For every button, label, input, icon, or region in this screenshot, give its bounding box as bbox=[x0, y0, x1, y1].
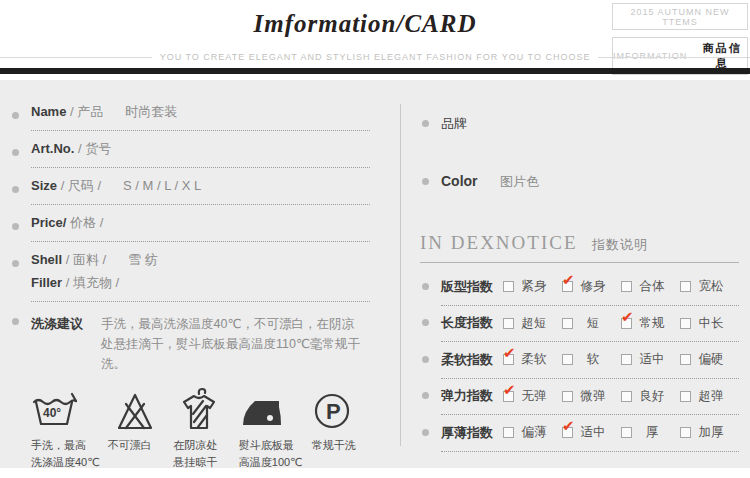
bullet-dot bbox=[12, 149, 19, 156]
brand-label: 品牌 bbox=[441, 116, 467, 131]
checkbox[interactable]: ✔ bbox=[562, 281, 573, 292]
index-option[interactable]: ✔ 短 bbox=[562, 315, 621, 332]
care-icon-col: P 常规干洗 bbox=[312, 389, 370, 471]
index-option[interactable]: ✔ 适中 bbox=[621, 351, 680, 368]
bullet-dot bbox=[422, 283, 429, 290]
index-option[interactable]: ✔ 良好 bbox=[621, 388, 680, 405]
index-option-label: 厚 bbox=[635, 424, 669, 441]
checkbox[interactable]: ✔ bbox=[680, 391, 691, 402]
index-option-label: 短 bbox=[576, 315, 610, 332]
index-option[interactable]: ✔ 中长 bbox=[680, 315, 739, 332]
color-value: 图片色 bbox=[500, 174, 539, 189]
checkbox[interactable]: ✔ bbox=[503, 391, 514, 402]
index-option[interactable]: ✔ 合体 bbox=[621, 278, 680, 295]
p-glyph: P bbox=[326, 399, 341, 424]
badge-autumn-items: 2015 AUTUMN NEW TTEMS bbox=[612, 3, 748, 30]
checkbox[interactable]: ✔ bbox=[680, 318, 691, 329]
index-row-label: 长度指数 bbox=[441, 314, 503, 332]
index-rows: 版型指数 ✔ 紧身 ✔ 修身 ✔ 合 bbox=[441, 269, 739, 452]
field-row-artno: Art.No. / 货号 bbox=[31, 131, 370, 168]
index-option[interactable]: ✔ 偏硬 bbox=[680, 351, 739, 368]
check-icon: ✔ bbox=[621, 309, 634, 324]
checkbox[interactable]: ✔ bbox=[680, 427, 691, 438]
checkbox[interactable]: ✔ bbox=[503, 427, 514, 438]
right-column: 品牌 Color 图片色 IN DEXNOTICE 指数说明 版型指数 ✔ bbox=[441, 94, 739, 452]
checkbox[interactable]: ✔ bbox=[562, 354, 573, 365]
index-option[interactable]: ✔ 软 bbox=[562, 351, 621, 368]
field-price-en: Price/ bbox=[31, 215, 66, 230]
subtitle-right-rule bbox=[598, 57, 750, 58]
subtitle-left-rule bbox=[0, 57, 152, 58]
care-icon-col: 熨斗底板最 高温度100℃ bbox=[239, 389, 312, 471]
index-row-softness: 柔软指数 ✔ 柔软 ✔ 软 ✔ 适中 bbox=[441, 342, 739, 379]
index-option-label: 软 bbox=[576, 351, 610, 368]
checkbox[interactable]: ✔ bbox=[621, 318, 632, 329]
check-icon: ✔ bbox=[503, 345, 516, 360]
checkbox[interactable]: ✔ bbox=[503, 354, 514, 365]
checkbox[interactable]: ✔ bbox=[680, 281, 691, 292]
check-icon: ✔ bbox=[503, 382, 516, 397]
checkbox[interactable]: ✔ bbox=[562, 391, 573, 402]
bullet-dot bbox=[422, 178, 429, 185]
check-icon: ✔ bbox=[562, 272, 575, 287]
checkbox[interactable]: ✔ bbox=[503, 318, 514, 329]
checkbox[interactable]: ✔ bbox=[562, 427, 573, 438]
index-option[interactable]: ✔ 厚 bbox=[621, 424, 680, 441]
index-option-label: 微弹 bbox=[576, 388, 610, 405]
index-option-label: 柔软 bbox=[517, 351, 551, 368]
index-option[interactable]: ✔ 紧身 bbox=[503, 278, 562, 295]
bullet-dot bbox=[422, 319, 429, 326]
subtitle-row: YOU TO CREATE ELEGANT AND STYLISH ELEGAN… bbox=[0, 52, 750, 62]
index-option-label: 紧身 bbox=[517, 278, 551, 295]
column-divider bbox=[400, 104, 401, 446]
svg-text:40°: 40° bbox=[43, 406, 61, 420]
bullet-dot bbox=[12, 223, 19, 230]
checkbox[interactable]: ✔ bbox=[621, 427, 632, 438]
index-option-label: 适中 bbox=[635, 351, 669, 368]
checkbox[interactable]: ✔ bbox=[562, 318, 573, 329]
checkbox[interactable]: ✔ bbox=[680, 354, 691, 365]
index-option[interactable]: ✔ 微弹 bbox=[562, 388, 621, 405]
index-heading-en: IN DEXNOTICE bbox=[420, 232, 578, 253]
field-row-price: Price/ 价格 / bbox=[31, 205, 370, 242]
field-size-cn: / 尺码 / bbox=[57, 178, 101, 193]
index-option[interactable]: ✔ 柔软 bbox=[503, 351, 562, 368]
field-shell-value: 雪 纺 bbox=[128, 252, 158, 267]
dry-clean-caption: 常规干洗 bbox=[312, 437, 370, 454]
index-option[interactable]: ✔ 超短 bbox=[503, 315, 562, 332]
field-artno-cn: / 货号 bbox=[74, 141, 111, 156]
brand-row: 品牌 bbox=[441, 103, 739, 144]
index-row-elasticity: 弹力指数 ✔ 无弹 ✔ 微弹 ✔ 良 bbox=[441, 379, 739, 416]
field-size-value: S / M / L / X L bbox=[123, 178, 201, 193]
index-option[interactable]: ✔ 常规 bbox=[621, 315, 680, 332]
field-name-cn: / 产品 bbox=[66, 104, 103, 119]
checkbox[interactable]: ✔ bbox=[621, 354, 632, 365]
index-option[interactable]: ✔ 无弹 bbox=[503, 388, 562, 405]
checkbox[interactable]: ✔ bbox=[503, 281, 514, 292]
checkbox[interactable]: ✔ bbox=[621, 281, 632, 292]
index-option-label: 偏薄 bbox=[517, 424, 551, 441]
field-row-shell-filler: Shell / 面料 /雪 纺 Filler / 填充物 / bbox=[31, 242, 370, 302]
care-icons-row: 40° 手洗，最高 洗涤温度40℃ 不可漂白 bbox=[31, 389, 370, 471]
handwash-caption: 手洗，最高 洗涤温度40℃ bbox=[31, 437, 108, 471]
field-shell-cn: / 面料 / bbox=[62, 252, 106, 267]
index-option[interactable]: ✔ 加厚 bbox=[680, 424, 739, 441]
checkbox[interactable]: ✔ bbox=[621, 391, 632, 402]
iron-caption: 熨斗底板最 高温度100℃ bbox=[239, 437, 312, 471]
left-column: Name / 产品时尚套装 Art.No. / 货号 Size / 尺码 /S … bbox=[31, 94, 370, 471]
header-badges: 2015 AUTUMN NEW TTEMS IMFORMATION 商品信息 bbox=[612, 3, 748, 75]
index-row-label: 厚薄指数 bbox=[441, 424, 503, 442]
index-option[interactable]: ✔ 修身 bbox=[562, 278, 621, 295]
bullet-dot bbox=[422, 429, 429, 436]
index-option-label: 良好 bbox=[635, 388, 669, 405]
index-option[interactable]: ✔ 宽松 bbox=[680, 278, 739, 295]
index-option[interactable]: ✔ 偏薄 bbox=[503, 424, 562, 441]
index-option-label: 超短 bbox=[517, 315, 551, 332]
index-option-label: 合体 bbox=[635, 278, 669, 295]
index-option[interactable]: ✔ 适中 bbox=[562, 424, 621, 441]
index-option[interactable]: ✔ 超弹 bbox=[680, 388, 739, 405]
index-heading-cn: 指数说明 bbox=[592, 237, 648, 252]
bullet-dot bbox=[12, 260, 19, 267]
bullet-dot bbox=[422, 120, 429, 127]
index-row-thickness: 厚薄指数 ✔ 偏薄 ✔ 适中 ✔ 厚 bbox=[441, 415, 739, 452]
